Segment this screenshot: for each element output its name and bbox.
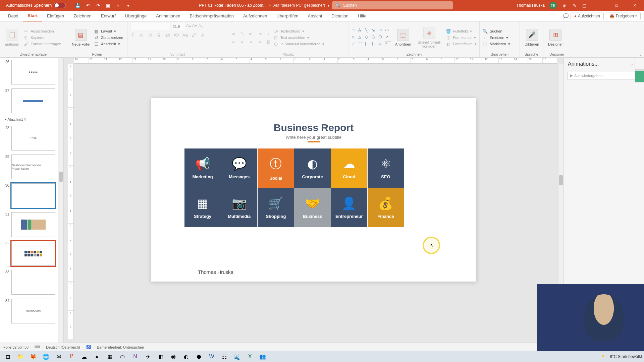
- thumbnail-32[interactable]: 32: [0, 239, 63, 268]
- section-header[interactable]: ▸ Abschnitt 4: [0, 115, 63, 124]
- app-icon-2[interactable]: ▦: [104, 352, 115, 361]
- user-avatar[interactable]: TH: [549, 2, 557, 9]
- app-icon-6[interactable]: ⬢: [193, 352, 205, 361]
- tile-grid[interactable]: 📢Marketing💬MessagesⓣSocial◐Corporate☁Clo…: [184, 148, 404, 227]
- bullets-icon[interactable]: ≣: [231, 31, 236, 36]
- obs-icon[interactable]: ◉: [168, 352, 179, 361]
- thumbnail-26[interactable]: 26●●●●●: [0, 58, 63, 86]
- side-tab-2[interactable]: [635, 70, 644, 82]
- tile-corporate[interactable]: ◐Corporate: [294, 148, 330, 188]
- slide-title[interactable]: Business Report: [151, 122, 476, 133]
- case-icon[interactable]: Aa: [182, 32, 188, 38]
- strike-icon[interactable]: S̶: [156, 32, 162, 38]
- replace-button[interactable]: ↔Ersetzen▾: [482, 35, 510, 40]
- thumbnail-27[interactable]: 27: [0, 86, 63, 115]
- onenote-icon[interactable]: N: [129, 352, 141, 361]
- language[interactable]: Deutsch (Österreich): [46, 345, 80, 349]
- tab-ueberpruefen[interactable]: Überprüfen: [272, 11, 303, 21]
- tab-bildschirm[interactable]: Bildschirmpräsentation: [185, 11, 238, 21]
- powerpoint-icon[interactable]: P: [66, 352, 77, 361]
- tile-finance[interactable]: 💰Finance: [368, 188, 404, 227]
- tile-business[interactable]: 🤝Business: [294, 188, 330, 227]
- tab-hilfe[interactable]: Hilfe: [353, 11, 371, 21]
- maximize-button[interactable]: □: [610, 0, 623, 11]
- thumbnail-30[interactable]: 30: [0, 181, 63, 210]
- tab-animationen[interactable]: Animationen: [151, 11, 185, 21]
- quickstyles-button[interactable]: ◈Schnellformat-vorlagen: [415, 25, 444, 50]
- columns-icon[interactable]: ▥: [266, 39, 271, 44]
- copy-button[interactable]: ⎘Kopieren: [23, 35, 61, 40]
- indent-icon[interactable]: ⇥: [257, 31, 262, 36]
- underline-icon[interactable]: U: [148, 32, 153, 38]
- italic-icon[interactable]: K: [139, 32, 144, 38]
- play-all-button[interactable]: ▶ Alle wiedergeben: [567, 72, 641, 79]
- tile-strategy[interactable]: ▦Strategy: [184, 188, 221, 227]
- record-button[interactable]: ●Aufzeichnen: [571, 12, 604, 20]
- tile-entrepreneur[interactable]: 👤Entrepreneur: [331, 188, 367, 227]
- edge-icon[interactable]: 🌊: [231, 352, 243, 361]
- present-icon[interactable]: ▣: [105, 3, 111, 8]
- fill-button[interactable]: 🪣Fülleffekt▾: [446, 28, 477, 34]
- tab-einfuegen[interactable]: Einfügen: [42, 11, 69, 21]
- thumbnail-29[interactable]: 29Dashboard bemerode Präsentation: [0, 153, 63, 181]
- shapes-gallery[interactable]: ▭A╲↘▭▭ ○△◇⬠⬡↗ ⟋⌒{}☆▾: [352, 28, 391, 47]
- qat-more-icon[interactable]: ▾: [125, 3, 131, 8]
- text-direction-button[interactable]: ↕ATextrichtung▾: [273, 28, 324, 34]
- paste-button[interactable]: 📋Einfügen: [3, 27, 21, 48]
- app-icon-1[interactable]: ☁: [78, 352, 90, 361]
- app-icon-7[interactable]: ☷: [219, 352, 230, 361]
- new-slide-button[interactable]: ▤Neue Folie: [70, 27, 92, 48]
- slide-counter[interactable]: Folie 32 von 58: [3, 345, 29, 349]
- explorer-icon[interactable]: 📁: [15, 352, 26, 361]
- highlight-icon[interactable]: 🖍: [191, 32, 197, 38]
- touch-icon[interactable]: ☟: [115, 3, 121, 8]
- cut-button[interactable]: ✂Ausschneiden: [23, 28, 61, 34]
- window-icon[interactable]: ▢: [582, 3, 587, 8]
- align-center-icon[interactable]: ≡: [239, 39, 245, 44]
- chrome-icon[interactable]: 🌐: [40, 352, 52, 361]
- dictate-button[interactable]: 🎤Diktieren: [523, 27, 541, 48]
- undo-icon[interactable]: ↶: [85, 3, 91, 8]
- shadow-icon[interactable]: ab: [165, 32, 170, 38]
- tab-uebergaenge[interactable]: Übergänge: [120, 11, 151, 21]
- teams-icon[interactable]: 👥: [257, 352, 268, 361]
- weather-icon[interactable]: ⛅: [601, 354, 606, 359]
- share-button[interactable]: 📤Freigeben▾: [606, 12, 641, 20]
- font-family-input[interactable]: [130, 23, 170, 30]
- justify-icon[interactable]: ≡: [257, 39, 262, 44]
- vlc-icon[interactable]: ▲: [91, 352, 103, 361]
- search-input[interactable]: [343, 3, 449, 8]
- clear-format-icon[interactable]: Aᵪ: [198, 23, 203, 28]
- telegram-icon[interactable]: ✈: [142, 352, 154, 361]
- layout-button[interactable]: ▦Layout▾: [94, 28, 123, 34]
- slide-editor[interactable]: 1615141312111098765432101234567891011121…: [64, 58, 564, 343]
- lang-icon[interactable]: ⌨: [35, 345, 40, 349]
- slide-author[interactable]: Thomas Hruska: [198, 269, 233, 275]
- tile-messages[interactable]: 💬Messages: [221, 148, 257, 188]
- shrink-font-icon[interactable]: A▾: [192, 23, 197, 28]
- linespacing-icon[interactable]: ↕: [266, 31, 271, 36]
- close-button[interactable]: ✕: [628, 0, 641, 11]
- font-size-input[interactable]: [171, 23, 185, 30]
- tab-entwurf[interactable]: Entwurf: [96, 11, 120, 21]
- designer-button[interactable]: ⊞Designer: [546, 27, 565, 48]
- save-icon[interactable]: 💾: [75, 3, 80, 8]
- find-button[interactable]: 🔍Suchen: [482, 28, 510, 34]
- thumbnail-28[interactable]: 28Ende: [0, 124, 63, 153]
- tile-shopping[interactable]: 🛒Shopping: [258, 188, 294, 227]
- tab-zeichnen[interactable]: Zeichnen: [69, 11, 96, 21]
- effects-button[interactable]: ◐Formeffekte▾: [446, 41, 477, 47]
- app-icon-5[interactable]: ◐: [180, 352, 192, 361]
- start-icon[interactable]: ⊞: [2, 352, 13, 361]
- thumbnail-34[interactable]: 34Dashboard: [0, 297, 63, 325]
- tile-social[interactable]: ⓣSocial: [258, 148, 294, 188]
- side-tab-1[interactable]: [635, 58, 644, 70]
- align-text-button[interactable]: ⊟Text ausrichten▾: [273, 35, 324, 40]
- arrange-button[interactable]: ⬚Anordnen: [393, 27, 413, 48]
- tile-multimedia[interactable]: 📷Multimedia: [221, 188, 257, 227]
- thumbnail-31[interactable]: 31: [0, 210, 63, 239]
- outlook-icon[interactable]: ✉: [53, 352, 64, 361]
- chevron-down-icon[interactable]: ⌄: [630, 62, 633, 66]
- tab-start[interactable]: Start: [23, 11, 42, 21]
- firefox-icon[interactable]: 🦊: [28, 352, 39, 361]
